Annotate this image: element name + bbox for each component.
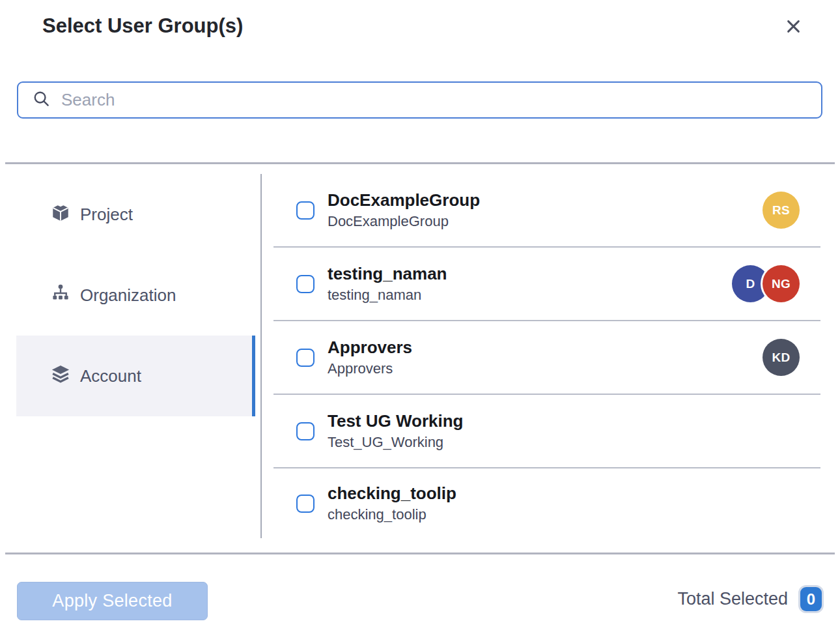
sidebar-item-account[interactable]: Account <box>16 336 255 416</box>
sidebar-item-label: Account <box>80 366 141 386</box>
group-row: DocExampleGroup DocExampleGroup RS <box>273 174 820 248</box>
group-checkbox[interactable] <box>296 495 315 513</box>
scope-sidebar: Project Organization <box>16 174 255 416</box>
group-checkbox[interactable] <box>296 349 315 367</box>
search-input[interactable] <box>61 90 809 110</box>
group-checkbox[interactable] <box>296 201 315 220</box>
group-checkbox[interactable] <box>296 275 315 293</box>
group-text: Approvers Approvers <box>328 338 412 377</box>
group-subtitle: checking_toolip <box>328 506 456 523</box>
search-box <box>17 81 822 119</box>
group-row: checking_toolip checking_toolip <box>273 468 820 538</box>
total-selected-badge: 0 <box>800 587 822 611</box>
total-selected: Total Selected 0 <box>677 587 822 611</box>
group-subtitle: DocExampleGroup <box>328 213 480 229</box>
sidebar-item-label: Organization <box>80 285 176 306</box>
search-icon <box>33 90 50 110</box>
close-button[interactable] <box>780 14 806 40</box>
cube-icon <box>51 203 70 227</box>
close-icon <box>785 18 802 37</box>
avatar-group: DNG <box>732 265 800 302</box>
group-name: checking_toolip <box>328 484 456 504</box>
sidebar-item-project[interactable]: Project <box>16 174 255 255</box>
avatar-group: RS <box>763 192 800 229</box>
group-row: testing_naman testing_naman DNG <box>273 248 820 321</box>
group-row: Test UG Working Test_UG_Working <box>273 395 820 468</box>
group-name: Approvers <box>328 338 412 358</box>
group-row: Approvers Approvers KD <box>273 321 820 395</box>
group-subtitle: Test_UG_Working <box>328 434 464 450</box>
group-name: testing_naman <box>328 265 447 284</box>
avatar: RS <box>763 192 800 229</box>
select-user-groups-dialog: Select User Group(s) <box>0 0 840 632</box>
group-checkbox[interactable] <box>296 422 315 440</box>
group-list: DocExampleGroup DocExampleGroup RS testi… <box>273 174 820 538</box>
total-selected-label: Total Selected <box>677 589 788 609</box>
group-name: Test UG Working <box>328 412 464 431</box>
group-text: testing_naman testing_naman <box>328 265 447 303</box>
group-text: DocExampleGroup DocExampleGroup <box>328 191 480 229</box>
sidebar-item-label: Project <box>80 205 133 225</box>
group-text: checking_toolip checking_toolip <box>328 484 456 523</box>
header-divider <box>5 162 835 164</box>
group-subtitle: testing_naman <box>328 287 447 303</box>
group-text: Test UG Working Test_UG_Working <box>328 412 464 450</box>
org-chart-icon <box>51 283 70 308</box>
sidebar-divider <box>260 174 262 538</box>
avatar: KD <box>763 339 800 376</box>
dialog-title: Select User Group(s) <box>42 14 243 38</box>
layers-icon <box>51 364 70 388</box>
group-name: DocExampleGroup <box>328 191 480 210</box>
avatar-group: KD <box>763 339 800 376</box>
group-subtitle: Approvers <box>328 360 412 377</box>
apply-selected-button[interactable]: Apply Selected <box>17 582 208 620</box>
footer-divider <box>5 553 835 554</box>
avatar: NG <box>763 265 800 302</box>
sidebar-item-organization[interactable]: Organization <box>16 255 255 336</box>
